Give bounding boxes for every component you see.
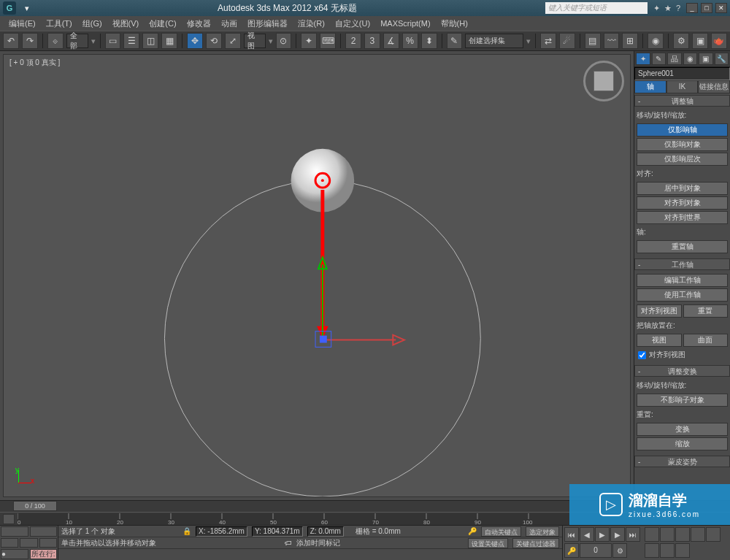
align-to-world-button[interactable]: 对齐到世界 xyxy=(637,211,728,224)
zoom-all-button[interactable] xyxy=(660,527,675,542)
place-surface-button[interactable]: 曲面 xyxy=(683,334,729,347)
dot-icon[interactable]: ● xyxy=(1,549,28,559)
align-button[interactable]: ☄ xyxy=(559,33,575,49)
lock-icon[interactable] xyxy=(20,538,37,548)
sel-lock-icon[interactable] xyxy=(39,538,57,548)
menu-modifiers[interactable]: 修改器 xyxy=(182,17,215,31)
schematic-button[interactable]: ⊞ xyxy=(622,33,638,49)
minimize-button[interactable]: _ xyxy=(686,3,698,13)
pivot-tab[interactable]: 轴 xyxy=(634,80,666,93)
selected-dropdown[interactable]: 选定对象 xyxy=(526,526,559,537)
menu-maxscript[interactable]: MAXScript(M) xyxy=(376,18,434,29)
zoom-button[interactable] xyxy=(645,527,659,542)
motion-tab-icon[interactable]: ◉ xyxy=(683,53,698,65)
manipulate-button[interactable]: ✦ xyxy=(301,33,317,49)
link-info-tab[interactable]: 链接信息 xyxy=(698,80,730,93)
redo-button[interactable]: ↷ xyxy=(22,33,38,49)
adjust-pivot-header[interactable]: 调整轴 xyxy=(634,95,730,107)
center-to-object-button[interactable]: 居中到对象 xyxy=(637,182,728,195)
viewcube[interactable] xyxy=(583,61,624,101)
trackbar-toggle-icon[interactable] xyxy=(3,514,15,524)
material-editor-button[interactable]: ◉ xyxy=(648,33,664,49)
utilities-tab-icon[interactable]: 🔧 xyxy=(715,53,729,65)
render-setup-button[interactable]: ⚙ xyxy=(673,33,689,49)
mirror-button[interactable]: ⇄ xyxy=(540,33,556,49)
scale-button[interactable]: ⤢ xyxy=(225,33,241,49)
maximize-viewport-button[interactable] xyxy=(675,543,690,558)
isolate-icon[interactable] xyxy=(1,538,18,548)
menu-rendering[interactable]: 渲染(R) xyxy=(293,17,329,31)
goto-start-button[interactable]: ⏮ xyxy=(564,527,579,542)
reset-work-pivot-button[interactable]: 重置 xyxy=(683,304,729,318)
angle-snap-button[interactable]: ∡ xyxy=(383,33,399,49)
coord-y[interactable]: Y: 1804.371m xyxy=(252,526,303,537)
affect-hierarchy-button[interactable]: 仅影响层次 xyxy=(637,153,728,166)
menu-customize[interactable]: 自定义(U) xyxy=(331,17,374,31)
select-button[interactable]: ▭ xyxy=(105,33,121,49)
time-slider-handle[interactable]: 0 / 100 xyxy=(13,501,57,511)
align-to-view-button[interactable]: 对齐到视图 xyxy=(637,304,682,318)
menu-tools[interactable]: 工具(T) xyxy=(42,17,77,31)
object-name-field[interactable]: Sphere001 xyxy=(634,67,730,80)
edit-selset-button[interactable]: ✎ xyxy=(447,33,463,49)
percent-snap-button[interactable]: % xyxy=(402,33,418,49)
app-logo-icon[interactable]: G xyxy=(3,1,16,15)
prev-frame-button[interactable]: ◀ xyxy=(580,527,594,542)
zoom-extents-button[interactable] xyxy=(675,527,690,542)
coord-z[interactable]: Z: 0.0mm xyxy=(307,526,344,537)
spinner-snap-button[interactable]: ⬍ xyxy=(421,33,437,49)
menu-edit[interactable]: 编辑(E) xyxy=(4,17,40,31)
create-tab-icon[interactable]: ✦ xyxy=(636,53,650,65)
maxscript-mini-icon[interactable] xyxy=(1,526,28,537)
layers-button[interactable]: ▤ xyxy=(585,33,601,49)
menu-views[interactable]: 视图(V) xyxy=(108,17,144,31)
fov-button[interactable] xyxy=(706,527,721,542)
orbit-button[interactable] xyxy=(660,543,675,558)
time-tag-icon[interactable]: 🏷 xyxy=(285,539,292,547)
use-working-pivot-button[interactable]: 使用工作轴 xyxy=(637,288,728,302)
menu-animation[interactable]: 动画 xyxy=(217,17,242,31)
help-ab-icon[interactable]: ✦ xyxy=(653,4,660,13)
key-mode-button[interactable]: 🔑 xyxy=(564,543,579,558)
zoom-extents-all-button[interactable] xyxy=(691,527,705,542)
hierarchy-tab-icon[interactable]: 品 xyxy=(667,53,682,65)
align-to-object-button[interactable]: 对齐到对象 xyxy=(637,196,728,210)
pan-button[interactable] xyxy=(645,543,659,558)
key-filters-button[interactable]: 关键点过滤器 xyxy=(512,538,559,548)
selset-dropdown[interactable]: 创建选择集 xyxy=(465,34,523,48)
next-frame-button[interactable]: ▶ xyxy=(610,527,625,542)
dont-affect-children-button[interactable]: 不影响子对象 xyxy=(637,394,728,407)
rotate-button[interactable]: ⟲ xyxy=(206,33,222,49)
auto-key-button[interactable]: 自动关键点 xyxy=(481,526,521,537)
menu-group[interactable]: 组(G) xyxy=(78,17,107,31)
listener-icon[interactable] xyxy=(30,526,58,537)
affect-pivot-button[interactable]: 仅影响轴 xyxy=(637,123,728,137)
render-frame-button[interactable]: ▣ xyxy=(692,33,708,49)
adjust-transform-header[interactable]: 调整变换 xyxy=(634,365,730,377)
window-crossing-button[interactable]: ▦ xyxy=(161,33,177,49)
modify-tab-icon[interactable]: ✎ xyxy=(652,53,666,65)
keyboard-button[interactable]: ⌨ xyxy=(320,33,336,49)
goto-end-button[interactable]: ⏭ xyxy=(626,527,640,542)
set-key-button[interactable]: 设置关键点 xyxy=(468,538,508,548)
close-button[interactable]: ✕ xyxy=(715,3,727,13)
select-name-button[interactable]: ☰ xyxy=(123,33,139,49)
link-button[interactable]: ⟐ xyxy=(47,33,64,49)
place-view-button[interactable]: 视图 xyxy=(637,334,682,347)
search-input[interactable]: 键入关键字或短语 xyxy=(545,2,648,14)
working-pivot-header[interactable]: 工作轴 xyxy=(634,258,730,270)
help-question-icon[interactable]: ? xyxy=(676,4,680,13)
coord-x[interactable]: X: -1856.2mm xyxy=(196,526,247,537)
undo-button[interactable]: ↶ xyxy=(3,33,19,49)
add-time-tag[interactable]: 添加时间标记 xyxy=(296,538,340,548)
current-frame-field[interactable]: 0 xyxy=(580,543,612,558)
menu-create[interactable]: 创建(C) xyxy=(145,17,180,31)
time-config-button[interactable]: ⚙ xyxy=(612,543,627,558)
render-button[interactable]: 🫖 xyxy=(711,33,727,49)
viewport-top[interactable]: [ + 0 顶 0 真实 ] xyxy=(3,54,631,497)
skin-pose-header[interactable]: 蒙皮姿势 xyxy=(634,456,730,467)
lock-selection-icon[interactable]: 🔒 xyxy=(182,527,191,535)
reset-pivot-button[interactable]: 重置轴 xyxy=(637,240,728,253)
snap-3d-button[interactable]: 3 xyxy=(364,33,380,49)
display-tab-icon[interactable]: ▣ xyxy=(699,53,713,65)
